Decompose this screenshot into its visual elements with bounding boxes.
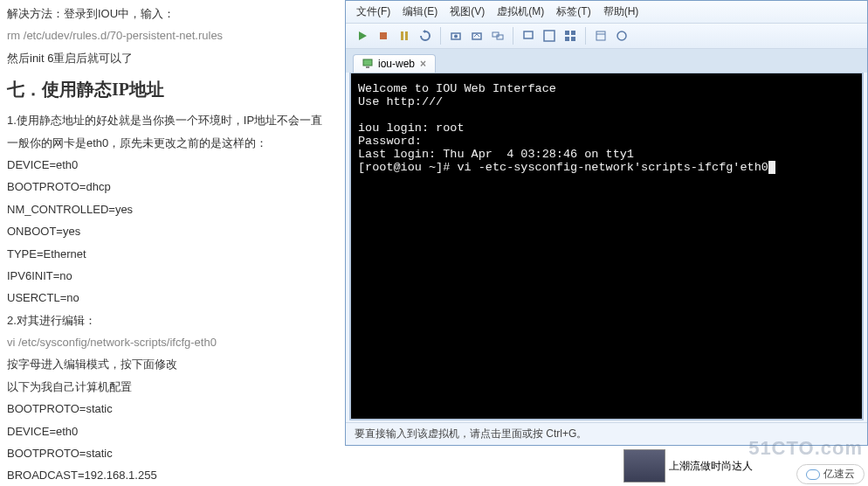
separator — [440, 27, 441, 45]
svg-marker-0 — [359, 31, 367, 40]
text: 一般你的网卡是eth0，原先未更改之前的是这样的： — [7, 133, 338, 153]
tab-iou-web[interactable]: iou-web × — [353, 54, 436, 73]
tab-close-icon[interactable]: × — [420, 58, 426, 70]
vmware-window: 文件(F) 编辑(E) 视图(V) 虚拟机(M) 标签(T) 帮助(H) iou… — [345, 0, 868, 446]
svg-rect-16 — [596, 31, 605, 40]
svg-rect-12 — [565, 31, 569, 35]
separator — [513, 27, 513, 45]
summary-button[interactable] — [591, 26, 610, 45]
config-line: BROADCAST=192.168.1.255 — [7, 465, 338, 485]
tabbar: iou-web × — [346, 49, 867, 73]
term-line: Password: — [358, 135, 422, 148]
thumbnail-caption: 上潮流做时尚达人 — [669, 459, 753, 474]
svg-point-18 — [617, 31, 626, 40]
snapshot-button[interactable] — [446, 26, 465, 45]
svg-rect-10 — [524, 31, 533, 38]
menu-edit[interactable]: 编辑(E) — [403, 4, 437, 19]
terminal[interactable]: Welcome to IOU Web Interface Use http://… — [349, 73, 864, 420]
statusbar: 要直接输入到该虚拟机，请点击里面或按 Ctrl+G。 — [346, 422, 867, 445]
command-text: rm /etc/udev/rules.d/70-persistent-net.r… — [7, 25, 338, 45]
cloud-icon — [806, 469, 820, 480]
text: 解决方法：登录到IOU中，输入： — [7, 3, 338, 24]
menu-tabs[interactable]: 标签(T) — [556, 4, 590, 19]
manage-snapshot-button[interactable] — [488, 26, 507, 45]
monitor-icon — [362, 59, 373, 69]
term-line: Use http:/// — [358, 95, 443, 108]
menu-vm[interactable]: 虚拟机(M) — [497, 4, 544, 19]
suspend-button[interactable] — [395, 26, 414, 45]
svg-rect-14 — [565, 37, 569, 41]
command-text: vi /etc/sysconfig/network-scripts/ifcfg-… — [7, 332, 338, 352]
revert-button[interactable] — [467, 26, 486, 45]
menu-help[interactable]: 帮助(H) — [603, 4, 639, 19]
text: 然后init 6重启后就可以了 — [7, 48, 338, 68]
tab-label: iou-web — [378, 58, 415, 70]
svg-rect-11 — [544, 31, 555, 41]
reset-button[interactable] — [416, 26, 435, 45]
converter-button[interactable] — [612, 26, 631, 45]
config-line: DEVICE=eth0 — [7, 421, 338, 441]
config-line: IPV6INIT=no — [7, 266, 338, 286]
menu-view[interactable]: 视图(V) — [450, 4, 485, 19]
show-console-button[interactable] — [519, 26, 538, 45]
cursor — [768, 161, 775, 174]
menubar: 文件(F) 编辑(E) 视图(V) 虚拟机(M) 标签(T) 帮助(H) — [346, 1, 867, 24]
config-line: BOOTPROTO=dhcp — [7, 177, 338, 197]
config-line: BOOTPROTO=static — [7, 399, 338, 419]
toolbar — [346, 24, 867, 49]
text: 2.对其进行编辑： — [7, 310, 338, 330]
svg-rect-3 — [405, 31, 408, 40]
yisu-badge[interactable]: 亿速云 — [796, 464, 865, 484]
separator — [585, 27, 586, 45]
config-line: NM_CONTROLLED=yes — [7, 199, 338, 219]
term-line: [root@iou ~]# vi -etc-sysconfig-network'… — [358, 161, 768, 174]
svg-rect-19 — [363, 59, 372, 66]
power-on-button[interactable] — [353, 26, 372, 45]
config-line: ONBOOT=yes — [7, 221, 338, 241]
term-line: Last login: Thu Apr 4 03:28:46 on tty1 — [358, 148, 634, 161]
svg-rect-1 — [380, 32, 387, 39]
text: 1.使用静态地址的好处就是当你换一个环境时，IP地址不会一直 — [7, 110, 338, 130]
text: 以下为我自己计算机配置 — [7, 377, 338, 397]
svg-rect-20 — [366, 66, 369, 68]
svg-marker-4 — [423, 30, 425, 33]
text: 按字母进入编辑模式，按下面修改 — [7, 354, 338, 374]
term-line: Welcome to IOU Web Interface — [358, 82, 556, 95]
config-line: TYPE=Ethernet — [7, 244, 338, 264]
svg-rect-2 — [401, 31, 403, 40]
yisu-label: 亿速云 — [823, 467, 855, 482]
fullscreen-button[interactable] — [540, 26, 559, 45]
svg-rect-13 — [571, 31, 575, 35]
power-off-button[interactable] — [374, 26, 393, 45]
config-line: USERCTL=no — [7, 288, 338, 308]
config-line: BOOTPROTO=static — [7, 443, 338, 463]
svg-point-6 — [454, 35, 458, 38]
heading-7: 七．使用静态IP地址 — [7, 73, 338, 105]
menu-file[interactable]: 文件(F) — [356, 4, 390, 19]
unity-button[interactable] — [561, 26, 580, 45]
svg-rect-15 — [571, 37, 575, 41]
config-line: DEVICE=eth0 — [7, 155, 338, 175]
term-line: iou login: root — [358, 122, 465, 135]
thumbnail[interactable] — [623, 449, 665, 483]
article-pane: 解决方法：登录到IOU中，输入： rm /etc/udev/rules.d/70… — [0, 0, 345, 486]
